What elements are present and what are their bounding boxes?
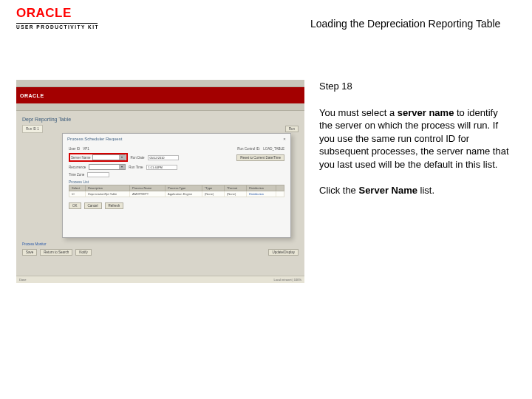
logo-divider: [16, 23, 98, 24]
browser-menubar: [16, 80, 304, 87]
body-pre: You must select a: [319, 107, 398, 118]
notify-button[interactable]: Notify: [75, 249, 92, 256]
recurrence-dropdown[interactable]: ▾: [89, 164, 126, 170]
grid-data-row: ☑ DepreciationRpt Table AMDPREPT Applica…: [69, 191, 284, 197]
cell-description: DepreciationRpt Table: [86, 191, 130, 197]
status-zoom: 100%: [294, 278, 301, 282]
oracle-logo: ORACLE USER PRODUCTIVITY KIT: [16, 6, 99, 30]
cell-type[interactable]: (None): [202, 191, 225, 197]
process-scheduler-modal: Process Scheduler Request × User ID VP1 …: [62, 133, 291, 238]
server-name-highlight: Server Name ▾: [69, 153, 128, 162]
userid-value: VP1: [83, 147, 89, 151]
rundate-label: Run Date: [131, 156, 145, 160]
app-header-logo: ORACLE: [20, 93, 44, 98]
rundate-input[interactable]: 05/12/2010: [148, 155, 179, 160]
save-button[interactable]: Save: [22, 249, 37, 256]
page-title: Loading the Depreciation Reporting Table: [310, 18, 500, 30]
status-left: Done: [19, 278, 27, 282]
modal-title: Process Scheduler Request: [63, 134, 290, 144]
app-navbar: [16, 103, 304, 111]
run-button[interactable]: Run: [285, 126, 299, 132]
app-header: ORACLE: [16, 87, 304, 103]
status-zone: Local intranet: [273, 278, 291, 282]
refresh-button[interactable]: Refresh: [105, 202, 124, 209]
col-process-name: Process Name: [130, 185, 166, 191]
timezone-input[interactable]: [87, 172, 109, 177]
server-name-dropdown[interactable]: ▾: [92, 154, 126, 160]
ok-button[interactable]: OK: [69, 202, 81, 209]
cell-format[interactable]: (None): [225, 191, 247, 197]
step-heading: Step 18: [319, 80, 511, 93]
cell-select[interactable]: ☑: [69, 191, 86, 197]
process-monitor-link[interactable]: Process Monitor: [22, 242, 299, 246]
below-modal-area: Process Monitor Save Return to Search No…: [22, 242, 299, 256]
col-select: Select: [69, 185, 86, 191]
col-format: *Format: [225, 185, 247, 191]
grid-header-row: Select Description Process Name Process …: [69, 185, 284, 191]
col-description: Description: [86, 185, 130, 191]
reset-date-button[interactable]: Reset to Current Date/Time: [236, 154, 284, 161]
runtime-input[interactable]: 1:11:44PM: [146, 165, 177, 170]
modal-close-icon[interactable]: ×: [282, 136, 287, 142]
click-post: list.: [417, 185, 434, 196]
runcontrol-value: LOAD_TABLE: [263, 147, 284, 151]
servername-label: Server Name: [71, 156, 91, 160]
modal-body: User ID VP1 Run Control ID: LOAD_TABLE S…: [63, 144, 290, 200]
col-process-type: Process Type: [166, 185, 202, 191]
runcontrol-label: Run Control ID:: [237, 147, 260, 151]
modal-button-row: OK Cancel Refresh: [63, 200, 290, 211]
browser-statusbar: Done Local intranet | 100%: [16, 276, 304, 283]
process-list-heading: Process List: [69, 180, 284, 184]
content-page-title: Depr Reporting Table: [22, 117, 299, 122]
return-button[interactable]: Return to Search: [40, 249, 72, 256]
col-type: *Type: [202, 185, 225, 191]
runtime-label: Run Time: [129, 166, 143, 169]
col-distribution: Distribution: [247, 185, 276, 191]
logo-product: USER PRODUCTIVITY KIT: [16, 24, 99, 30]
userid-label: User ID: [69, 147, 80, 151]
instruction-body: You must select a server name to identif…: [319, 106, 511, 171]
cell-process-name: AMDPREPT: [130, 191, 166, 197]
body-bold: server name: [398, 107, 454, 118]
instruction-panel: Step 18 You must select a server name to…: [319, 80, 511, 197]
click-pre: Click the: [319, 185, 358, 196]
click-bold: Server Name: [358, 185, 417, 196]
cell-process-type: Application Engine: [166, 191, 202, 197]
runid-row: Run ID 1 Run: [22, 125, 299, 133]
click-instruction: Click the Server Name list.: [319, 184, 511, 197]
chevron-down-icon[interactable]: ▾: [119, 165, 125, 169]
cancel-button[interactable]: Cancel: [84, 202, 102, 209]
timezone-label: Time Zone: [69, 173, 84, 177]
chevron-down-icon[interactable]: ▾: [119, 155, 125, 160]
runid-box: Run ID 1: [22, 125, 43, 133]
recurrence-label: Recurrence: [69, 166, 86, 169]
embedded-screenshot: ORACLE Depr Reporting Table Run ID 1 Run…: [16, 80, 304, 283]
update-button[interactable]: Update/Display: [268, 249, 299, 256]
cell-distribution[interactable]: Distribution: [247, 191, 276, 197]
logo-brand: ORACLE: [16, 6, 99, 21]
